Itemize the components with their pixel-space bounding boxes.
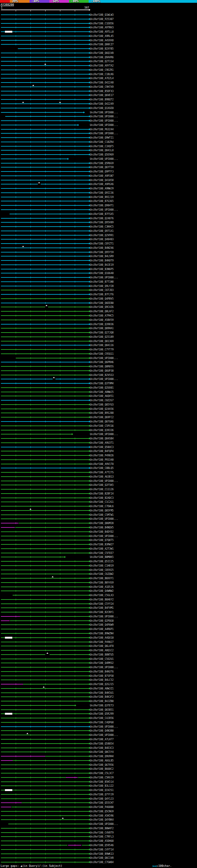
alignment-hit-row[interactable]: UniRef100_UPI000... [0,432,197,436]
hit-accession-label[interactable]: UniRef100_Q84SB4 [90,437,113,440]
alignment-hit-row[interactable]: UniRef100_A9TNV3 [0,25,197,30]
alignment-hit-row[interactable]: UniRef100_Q984T1 [0,203,197,208]
hit-accession-label[interactable]: UniRef100_C4V8T9 [90,831,113,834]
hit-accession-label[interactable]: UniRef100_UPI000... [90,433,118,436]
alignment-hit-row[interactable]: UniRef100_C7EWL6 [0,504,197,508]
alignment-hit-row[interactable]: UniRef100_C8BLQ5 [0,466,197,470]
hit-accession-label[interactable]: UniRef100_Q16640 [90,272,113,275]
alignment-hit-row[interactable]: UniRef100_UPI000... [0,822,197,826]
alignment-hit-row[interactable]: UniRef100_C8YZT1 [0,241,197,246]
hit-accession-label[interactable]: UniRef100_Q24A56 [90,408,113,410]
hit-accession-label[interactable]: UniRef100_A7PHC5 [90,314,113,317]
alignment-hit-row[interactable]: UniRef100_Q7Q0T5 [0,538,197,542]
alignment-hit-row[interactable]: UniRef100_UPI000... [0,275,197,280]
hit-accession-label[interactable]: UniRef100_B6H6Y2 [90,598,113,601]
hit-accession-label[interactable]: UniRef100_C4QP68 [90,721,113,724]
hit-accession-label[interactable]: UniRef100_A6QV51 [90,395,113,398]
hit-accession-label[interactable]: UniRef100_Q1V2S1 [90,789,113,792]
alignment-hit-row[interactable]: UniRef100_A9TLL0 [0,30,197,34]
alignment-hit-row[interactable]: UniRef100_B3L122 [0,784,197,788]
alignment-hit-row[interactable]: UniRef100_A9NWJ9 [0,186,197,191]
alignment-hit-row[interactable]: UniRef100_B0Y4S9 [0,581,197,585]
alignment-hit-row[interactable]: UniRef100_A7T27S [0,470,197,474]
hit-accession-label[interactable]: UniRef100_B4E3C3 [90,747,113,749]
alignment-hit-row[interactable]: UniRef100_A8WJZ1 [0,686,197,691]
hit-accession-label[interactable]: UniRef100_A9RL45 [90,35,113,37]
alignment-hit-row[interactable]: UniRef100_A8NWJ5 [0,390,197,394]
alignment-hit-row[interactable]: UniRef100_C6TJD3 [0,288,197,292]
hit-accession-label[interactable]: UniRef100_Q1XGE0 [90,107,113,110]
alignment-hit-row[interactable]: UniRef100_B3RW27 [0,542,197,547]
hit-accession-label[interactable]: UniRef100_C5FEE7 [90,552,113,555]
hit-accession-label[interactable]: UniRef100_Q24076 [90,217,113,220]
hit-accession-label[interactable]: UniRef100_Q6PRH6 [90,361,113,364]
hit-accession-label[interactable]: UniRef100_C5L3C7 [90,772,113,775]
hit-accession-label[interactable]: UniRef100_B4LC52 [90,679,113,681]
hit-accession-label[interactable]: UniRef100_C1BZR4 [90,141,113,144]
alignment-hit-row[interactable]: UniRef100_Q95V89 [0,220,197,224]
hit-accession-label[interactable]: UniRef100_B2BF24 [90,492,113,495]
hit-accession-label[interactable]: UniRef100_Q2F5K5 [90,484,113,487]
alignment-hit-row[interactable]: UniRef100_Q3T9M4 [0,381,197,385]
hit-accession-label[interactable]: UniRef100_B2VSS3 [90,374,113,377]
alignment-hit-row[interactable]: UniRef100_Q2F5K5 [0,483,197,487]
alignment-hit-row[interactable]: UniRef100_B660C2 [0,767,197,771]
hit-accession-label[interactable]: UniRef100_UPI000... [90,823,118,826]
alignment-hit-row[interactable]: UniRef100_C5MTW1 [0,513,197,517]
hit-accession-label[interactable]: UniRef100_Q3TET3 [90,704,113,707]
alignment-hit-row[interactable]: UniRef100_C1BZR4 [0,140,197,144]
alignment-hit-row[interactable]: UniRef100_B4NZ46 [0,246,197,250]
alignment-hit-row[interactable]: UniRef100_UPI000... [0,123,197,127]
alignment-hit-row[interactable]: UniRef100_B7FJT6 [0,292,197,297]
hit-accession-label[interactable]: UniRef100_A5DH68 [90,840,113,842]
hit-accession-label[interactable]: UniRef100_C9EZR1 [90,69,113,71]
hit-accession-label[interactable]: UniRef100_B3N6P5 [90,268,113,271]
alignment-hit-row[interactable]: UniRef100_C3KHC5 [0,224,197,229]
alignment-hit-row[interactable]: UniRef100_Q6L4F8 [0,644,197,648]
alignment-hit-row[interactable]: UniRef100_Q07GK6 [0,420,197,424]
hit-accession-label[interactable]: UniRef100_UPI000... [90,124,118,127]
hit-accession-label[interactable]: UniRef100_UPI000... [90,535,118,537]
alignment-hit-row[interactable]: UniRef100_O42248 [0,81,197,85]
alignment-hit-row[interactable]: UniRef100_B0XXY1 [0,576,197,581]
alignment-hit-row[interactable]: UniRef100_Q4WNW2 [0,589,197,593]
hit-accession-label[interactable]: UniRef100_A8NWJ5 [90,391,113,394]
hit-accession-label[interactable]: UniRef100_Q2GJ15 [90,683,113,686]
alignment-hit-row[interactable]: UniRef100_C5YY24 [0,602,197,606]
alignment-hit-row[interactable]: UniRef100_Q6Q1V0 [0,51,197,55]
alignment-hit-row[interactable]: UniRef100_B4JE19 [0,262,197,267]
hit-accession-label[interactable]: UniRef100_A9TLL0 [90,30,113,33]
alignment-hit-row[interactable]: UniRef100_A9U3T1 [0,441,197,445]
hit-accession-label[interactable]: UniRef100_Q05YU3 [90,403,113,406]
hit-accession-label[interactable]: UniRef100_Q9LY28 [90,285,113,287]
hit-accession-label[interactable]: UniRef100_C11126 [90,488,113,491]
alignment-hit-row[interactable]: UniRef100_B9BQT2 [0,97,197,102]
hit-accession-label[interactable]: UniRef100_C4J856 [90,717,113,720]
alignment-hit-row[interactable]: UniRef100_B9WK13 [0,852,197,856]
alignment-hit-row[interactable]: UniRef100_UPI000... [0,157,197,161]
alignment-hit-row[interactable]: UniRef100_A8Q1C2 [0,648,197,652]
alignment-hit-row[interactable]: UniRef100_UPI000... [0,131,197,135]
alignment-hit-row[interactable]: UniRef100_C7RFL3 [0,834,197,839]
hit-accession-label[interactable]: UniRef100_B9WZN4 [90,632,113,635]
alignment-hit-row[interactable]: UniRef100_UPI000... [0,479,197,483]
hit-accession-label[interactable]: UniRef100_Q39336 [90,429,113,432]
alignment-hit-row[interactable]: UniRef100_Q6PRH6 [0,360,197,364]
hit-accession-label[interactable]: UniRef100_A2T3W1 [90,548,113,550]
hit-accession-label[interactable]: UniRef100_Q9PTF3 [90,170,113,173]
hit-accession-label[interactable]: UniRef100_Q55CH7 [90,802,113,804]
alignment-hit-row[interactable]: UniRef100_A1D5J6 [0,585,197,589]
alignment-hit-row[interactable]: UniRef100_Q6VE17 [0,93,197,97]
alignment-hit-row[interactable]: UniRef100_Q24A56 [0,407,197,411]
hit-accession-label[interactable]: UniRef100_Q7YYJ9 [90,793,113,796]
hit-accession-label[interactable]: UniRef100_B7SP58 [90,675,113,677]
alignment-hit-row[interactable]: UniRef100_C4V8T9 [0,831,197,835]
hit-accession-label[interactable]: UniRef100_Q2UU01 [90,386,113,389]
hit-accession-label[interactable]: UniRef100_C8BLQ5 [90,467,113,470]
alignment-hit-row[interactable]: UniRef100_C5PCG6 [0,424,197,428]
hit-accession-label[interactable]: UniRef100_P49026 [90,454,113,457]
hit-accession-label[interactable]: UniRef100_Q4RM32 [90,662,113,664]
alignment-hit-row[interactable]: UniRef100_B2VSS3 [0,373,197,377]
alignment-hit-row[interactable]: UniRef100_Q5II25 [0,559,197,563]
alignment-hit-row[interactable]: UniRef100_B0W4F2 [0,826,197,831]
